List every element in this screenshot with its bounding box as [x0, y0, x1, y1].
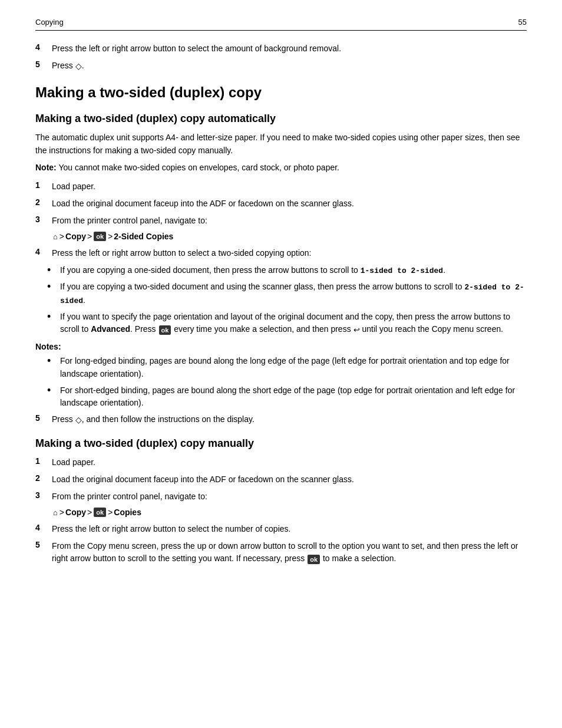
bullet-item: • If you want to specify the page orient…: [47, 311, 527, 336]
manual-step-2: 2 Load the original document faceup into…: [35, 473, 527, 486]
step-number: 5: [35, 413, 52, 423]
header-bar: Copying 55: [35, 18, 527, 31]
intro-step-5: 5 Press ◇.: [35, 60, 527, 73]
auto-subsection-heading: Making a two-sided (duplex) copy automat…: [35, 112, 527, 126]
home-icon: ⌂: [53, 508, 58, 517]
step-number: 3: [35, 490, 52, 500]
step-content: From the printer control panel, navigate…: [52, 215, 527, 227]
nav-separator-1: >: [59, 232, 64, 241]
bullet-text: For short-edged binding, pages are bound…: [60, 384, 527, 410]
intro-step-4: 4 Press the left or right arrow button t…: [35, 42, 527, 55]
step-number: 3: [35, 215, 52, 224]
step-content: Press the left or right arrow button to …: [52, 523, 527, 535]
auto-step-3: 3 From the printer control panel, naviga…: [35, 215, 527, 227]
step-number: 4: [35, 42, 52, 52]
header-section-title: Copying: [35, 18, 64, 27]
main-section-heading: Making a two-sided (duplex) copy: [35, 84, 527, 101]
start-icon: ◇: [75, 414, 82, 426]
copy-label: Copy: [65, 508, 86, 517]
notes-bullet-item: • For long-edged binding, pages are boun…: [47, 355, 527, 380]
auto-nav-3: ⌂ > Copy > ok > 2-Sided Copies: [53, 232, 527, 241]
copies-label: Copies: [114, 508, 141, 517]
bullet-text: For long-edged binding, pages are bound …: [60, 355, 527, 380]
auto-step-4: 4 Press the left or right arrow button t…: [35, 247, 527, 259]
step-content: From the Copy menu screen, press the up …: [52, 540, 527, 565]
step-number: 5: [35, 60, 52, 69]
bullet-dot: •: [47, 355, 58, 368]
manual-subsection-heading: Making a two-sided (duplex) copy manuall…: [35, 437, 527, 450]
bullet-item: • If you are copying a one-sided documen…: [47, 264, 527, 277]
step-content: Load paper.: [52, 456, 527, 469]
bullet-dot: •: [47, 264, 58, 277]
auto-step-4-bullets: • If you are copying a one-sided documen…: [47, 264, 527, 336]
step-number: 4: [35, 523, 52, 532]
step-number: 2: [35, 473, 52, 483]
notes-bullet-item: • For short-edged binding, pages are bou…: [47, 384, 527, 410]
bullet-dot: •: [47, 281, 58, 294]
step-content: Press ◇.: [52, 60, 527, 73]
ok-badge-3: ok: [308, 555, 320, 564]
back-icon: ↩: [353, 324, 360, 336]
ok-badge-inline: ok: [159, 325, 171, 335]
nav-separator-1: >: [59, 508, 64, 517]
code-1sided: 1-sided to 2-sided: [361, 266, 443, 275]
step-number: 1: [35, 180, 52, 190]
manual-step-1: 1 Load paper.: [35, 456, 527, 469]
bullet-dot: •: [47, 311, 58, 324]
auto-step-1: 1 Load paper.: [35, 180, 527, 193]
step-content: Load paper.: [52, 180, 527, 193]
start-icon: ◇: [75, 60, 82, 73]
auto-step-2: 2 Load the original document faceup into…: [35, 197, 527, 210]
notes-bullets: • For long-edged binding, pages are boun…: [47, 355, 527, 410]
manual-step-3: 3 From the printer control panel, naviga…: [35, 490, 527, 503]
manual-nav-3: ⌂ > Copy > ok > Copies: [53, 508, 527, 517]
nav-separator-2: >: [87, 232, 92, 241]
bullet-dot: •: [47, 384, 58, 397]
page: Copying 55 4 Press the left or right arr…: [0, 0, 562, 728]
step-content: Load the original document faceup into t…: [52, 473, 527, 486]
2-sided-copies-label: 2-Sided Copies: [114, 232, 173, 241]
nav-separator-3: >: [108, 232, 113, 241]
advanced-label: Advanced: [91, 324, 130, 334]
step-number: 5: [35, 540, 52, 549]
nav-separator-2: >: [87, 508, 92, 517]
step-number: 1: [35, 456, 52, 466]
step-content: Press the left or right arrow button to …: [52, 247, 527, 259]
ok-badge-2: ok: [94, 508, 106, 517]
header-page-number: 55: [518, 18, 527, 27]
home-icon: ⌂: [53, 232, 58, 241]
nav-separator-3: >: [108, 508, 113, 517]
step-content: Press ◇, and then follow the instruction…: [52, 413, 527, 426]
bullet-item: • If you are copying a two-sided documen…: [47, 281, 527, 307]
auto-step-5: 5 Press ◇, and then follow the instructi…: [35, 413, 527, 426]
bullet-text: If you are copying a two-sided document …: [60, 281, 527, 307]
notes-label: Notes:: [35, 342, 527, 351]
step-content: Press the left or right arrow button to …: [52, 42, 527, 55]
note-text: You cannot make two-sided copies on enve…: [57, 163, 339, 172]
manual-step-4: 4 Press the left or right arrow button t…: [35, 523, 527, 535]
auto-note-1: Note: You cannot make two-sided copies o…: [35, 162, 527, 174]
step-number: 4: [35, 247, 52, 256]
step-content: Load the original document faceup into t…: [52, 197, 527, 210]
copy-label: Copy: [65, 232, 86, 241]
manual-step-5: 5 From the Copy menu screen, press the u…: [35, 540, 527, 565]
ok-badge-1: ok: [94, 232, 106, 241]
bullet-text: If you want to specify the page orientat…: [60, 311, 527, 336]
auto-paragraph-1: The automatic duplex unit supports A4- a…: [35, 131, 527, 157]
code-2sided: 2-sided to 2-sided: [60, 283, 524, 305]
note-label: Note:: [35, 163, 57, 172]
step-number: 2: [35, 197, 52, 207]
step-content: From the printer control panel, navigate…: [52, 490, 527, 503]
bullet-text: If you are copying a one-sided document,…: [60, 264, 527, 277]
